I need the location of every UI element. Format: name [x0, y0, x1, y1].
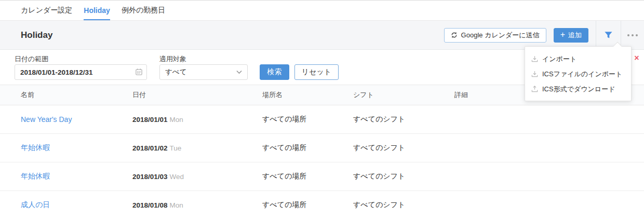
menu-item-label: ICS形式でダウンロード: [542, 85, 615, 94]
date-value: 2018/01/03: [132, 173, 168, 181]
more-options-button[interactable]: [621, 21, 644, 50]
add-button[interactable]: + 追加: [554, 28, 588, 43]
holiday-date: 2018/01/02Tue: [132, 144, 262, 152]
target-select[interactable]: すべて: [159, 64, 248, 80]
date-value: 2018/01/02: [132, 144, 168, 152]
table-row: New Year's Day 2018/01/01Mon すべての場所 すべての…: [0, 105, 644, 134]
table-row: 年始休暇 2018/01/03Wed すべての場所 すべてのシフト: [0, 162, 644, 191]
day-of-week: Wed: [170, 173, 184, 181]
date-range-field: [15, 64, 147, 80]
tab-bar: カレンダー設定 Holiday 例外の勤務日: [0, 0, 644, 21]
close-filter-button[interactable]: ×: [630, 52, 643, 64]
funnel-icon: [604, 31, 613, 39]
menu-item-label: ICSファイルのインポート: [542, 70, 622, 79]
tab-exception-workdays[interactable]: 例外の勤務日: [122, 1, 165, 20]
holiday-date: 2018/01/01Mon: [132, 115, 262, 124]
tab-holiday[interactable]: Holiday: [84, 1, 110, 20]
holiday-name-link[interactable]: 年始休暇: [21, 143, 132, 153]
date-range-label: 日付の範囲: [15, 54, 48, 64]
google-sync-button[interactable]: Google カレンダーに送信: [444, 28, 546, 43]
calendar-icon[interactable]: [135, 68, 143, 76]
day-of-week: Tue: [170, 144, 182, 152]
holiday-location: すべての場所: [262, 200, 353, 210]
column-header-location: 場所名: [262, 90, 353, 100]
ellipsis-icon: [627, 34, 638, 36]
more-options-menu: インポート ICSファイルのインポート ICS形式でダウンロード: [525, 46, 632, 101]
holiday-name-link[interactable]: New Year's Day: [21, 115, 132, 124]
google-sync-label: Google カレンダーに送信: [461, 31, 540, 40]
page-header: Holiday Google カレンダーに送信 + 追加: [0, 21, 644, 50]
holiday-shift: すべてのシフト: [353, 200, 454, 210]
holiday-shift: すべてのシフト: [353, 115, 454, 124]
date-value: 2018/01/08: [132, 201, 168, 209]
download-icon: [531, 56, 538, 62]
column-header-date: 日付: [132, 90, 262, 100]
day-of-week: Mon: [170, 116, 183, 124]
table-row: 年始休暇 2018/01/02Tue すべての場所 すべてのシフト: [0, 134, 644, 162]
page-title: Holiday: [21, 30, 52, 40]
menu-item-ics-import[interactable]: ICSファイルのインポート: [525, 66, 631, 81]
search-button[interactable]: 検索: [260, 64, 289, 80]
day-of-week: Mon: [170, 201, 183, 209]
holiday-name-link[interactable]: 年始休暇: [21, 172, 132, 181]
download-icon: [531, 71, 538, 77]
chevron-down-icon: [236, 70, 242, 74]
holiday-shift: すべてのシフト: [353, 143, 454, 153]
holiday-location: すべての場所: [262, 143, 353, 153]
add-button-label: 追加: [568, 31, 582, 40]
target-select-value: すべて: [165, 67, 186, 77]
holiday-location: すべての場所: [262, 172, 353, 181]
sync-icon: [451, 32, 458, 38]
target-label: 適用対象: [159, 54, 186, 64]
holiday-shift: すべてのシフト: [353, 172, 454, 181]
table-row: 成人の日 2018/01/08Mon すべての場所 すべてのシフト: [0, 191, 644, 219]
menu-item-ics-download[interactable]: ICS形式でダウンロード: [525, 81, 631, 97]
menu-item-import[interactable]: インポート: [525, 51, 631, 66]
date-value: 2018/01/01: [132, 116, 168, 124]
plus-icon: +: [560, 31, 565, 39]
upload-icon: [531, 86, 538, 92]
holiday-date: 2018/01/03Wed: [132, 172, 262, 181]
column-header-shift: シフト: [353, 90, 454, 100]
column-header-name: 名前: [21, 90, 132, 100]
menu-item-label: インポート: [542, 54, 576, 64]
holiday-location: すべての場所: [262, 115, 353, 124]
holiday-name-link[interactable]: 成人の日: [21, 200, 132, 210]
holiday-date: 2018/01/08Mon: [132, 201, 262, 209]
tab-calendar-settings[interactable]: カレンダー設定: [21, 1, 72, 20]
reset-button[interactable]: リセット: [294, 64, 339, 80]
date-range-input[interactable]: [15, 64, 147, 80]
